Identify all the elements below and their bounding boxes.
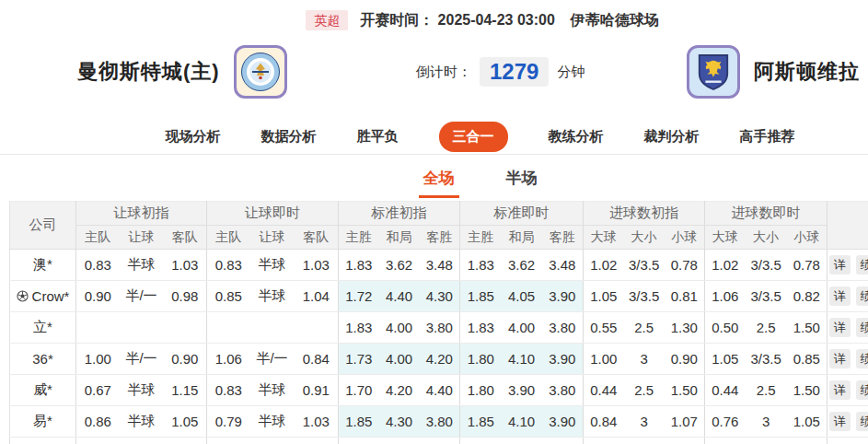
odds-table: 公司让球初指让球即时标准初指标准即时进球数初指进球数即时主队让球客队主队让球客队… [9,201,868,444]
odds-cell-2-2-2: 3.80 [420,312,460,344]
odds-cell-0-5-2: 0.78 [787,250,827,281]
nav-tab-4[interactable]: 教练分析 [549,128,604,146]
match-info-bar: 英超 开赛时间： 2025-04-23 03:00 伊蒂哈德球场 [0,7,868,33]
record-button-2[interactable]: 绩 [856,318,868,338]
odds-cell-2-4-0: 0.55 [584,312,624,344]
detail-cell-4: 详绩 [827,375,868,406]
sub-header-2-0: 主胜 [339,226,379,250]
odds-cell-4-2-0: 1.70 [339,375,379,406]
odds-cell-3-4-2: 0.90 [665,344,705,375]
sub-header-3-0: 主胜 [460,226,502,250]
odds-cell-5-2-0: 1.85 [339,406,379,438]
odds-cell-3-5-1: 3/3.5 [746,344,787,375]
league-badge[interactable]: 英超 [306,10,348,30]
odds-cell-1-2-2: 4.30 [420,281,460,312]
period-subtabs: 全场半场 [55,168,868,198]
detail-button-1[interactable]: 详 [829,286,851,307]
odds-cell-3-0-1: 半/一 [120,344,164,375]
detail-button-2[interactable]: 详 [829,318,851,338]
record-button-4[interactable]: 绩 [856,380,868,401]
odds-cell-0-1-0: 0.83 [207,250,250,281]
company-name-2[interactable]: 立* [10,312,76,344]
nav-tab-2[interactable]: 胜平负 [357,128,399,146]
sub-header-1-1: 让球 [250,226,295,250]
group-header-2: 标准初指 [339,202,460,226]
company-name-5[interactable]: 易* [10,406,76,438]
odds-cell-1-3-0: 1.85 [460,281,502,312]
detail-button-4[interactable]: 详 [829,380,851,401]
odds-cell-5-1-1: 半球 [250,406,295,438]
odds-cell-5-1-0: 0.79 [207,406,250,438]
sub-header-3-1: 和局 [502,226,542,250]
nav-tab-6[interactable]: 高手推荐 [740,128,795,146]
detail-button-0[interactable]: 详 [829,255,851,275]
odds-cell-2-0-1 [120,312,164,344]
sub-header-0-1: 让球 [120,226,164,250]
record-button-5[interactable]: 绩 [856,412,868,432]
nav-tab-3[interactable]: 三合一 [439,122,508,152]
company-column-header: 公司 [10,202,76,250]
odds-cell-2-3-1: 4.00 [502,312,542,344]
odds-cell-4-0-2: 1.15 [164,375,207,406]
odds-cell-2-5-0: 0.50 [705,312,746,344]
company-name-3[interactable]: 36* [10,344,76,375]
odds-cell-0-2-0: 1.83 [339,250,379,281]
sub-header-4-2: 小球 [665,226,705,250]
odds-cell-1-2-1: 4.40 [379,281,420,312]
aston-villa-crest-icon [696,52,731,92]
odds-cell-3-0-0: 1.00 [76,344,120,375]
record-button-1[interactable]: 绩 [856,286,868,307]
nav-divider [0,154,868,155]
odds-cell-4-2-2: 4.40 [420,375,460,406]
odds-cell-1-0-2: 0.98 [164,281,207,312]
odds-cell-1-2-0: 1.72 [339,281,379,312]
odds-cell-0-5-0: 1.02 [705,250,746,281]
odds-cell-4-0-0: 0.67 [76,375,120,406]
sub-header-1-2: 客队 [295,226,339,250]
odds-cell-2-0-0 [76,312,120,344]
odds-cell-1-4-2: 0.81 [665,281,705,312]
detail-button-5[interactable]: 详 [829,412,851,432]
record-button-3[interactable]: 绩 [856,349,868,369]
odds-cell-4-4-2: 1.50 [665,375,705,406]
kickoff-time: 2025-04-23 03:00 [438,12,555,28]
group-header-4: 进球数初指 [584,202,705,226]
odds-cell-2-1-0 [207,312,250,344]
odds-cell-3-2-2: 4.20 [420,344,460,375]
odds-cell-4-5-0: 0.44 [705,375,746,406]
home-team: 曼彻斯特城(主) [77,44,287,99]
odds-cell-4-2-1: 4.20 [379,375,420,406]
sub-header-2-1: 和局 [379,226,420,250]
nav-tab-1[interactable]: 数据分析 [261,128,317,146]
subtab-1[interactable]: 半场 [502,168,542,198]
odds-cell-1-5-2: 0.82 [787,281,827,312]
odds-cell-3-4-1: 3 [624,344,665,375]
odds-cell-3-0-2: 0.90 [164,344,207,375]
odds-cell-2-3-0: 1.83 [460,312,502,344]
odds-cell-4-3-1: 3.90 [502,375,542,406]
away-team: 阿斯顿维拉 [687,44,860,99]
odds-cell-0-2-2: 3.48 [420,250,460,281]
company-name-4[interactable]: 威* [10,375,76,406]
odds-thead: 公司让球初指让球即时标准初指标准即时进球数初指进球数即时主队让球客队主队让球客队… [10,202,868,250]
odds-cell-1-4-1: 3/3.5 [624,281,665,312]
detail-button-3[interactable]: 详 [829,349,851,369]
odds-cell-2-2-1: 4.00 [379,312,420,344]
company-name-1[interactable]: Crow* [10,281,76,312]
nav-tab-5[interactable]: 裁判分析 [644,128,700,146]
subtab-0[interactable]: 全场 [419,168,459,198]
countdown-label: 倒计时： [416,64,471,81]
nav-tab-0[interactable]: 现场分析 [166,128,221,146]
countdown-unit: 分钟 [557,64,584,81]
company-name-0[interactable]: 澳* [10,250,76,281]
odds-cell-3-2-0: 1.73 [339,344,379,375]
sub-header-5-0: 大球 [705,226,746,250]
record-button-0[interactable]: 绩 [856,255,868,275]
odds-cell-2-1-1 [250,312,295,344]
odds-row-1: Crow*0.90半/一0.980.85半球1.041.724.404.301.… [10,281,868,312]
detail-cell-0: 详绩 [827,250,868,281]
sub-header-5-1: 大小 [746,226,787,250]
odds-cell-4-4-1: 2.5 [624,375,665,406]
odds-cell-2-3-2: 3.80 [542,312,584,344]
odds-cell-5-2-2: 3.80 [420,406,460,438]
